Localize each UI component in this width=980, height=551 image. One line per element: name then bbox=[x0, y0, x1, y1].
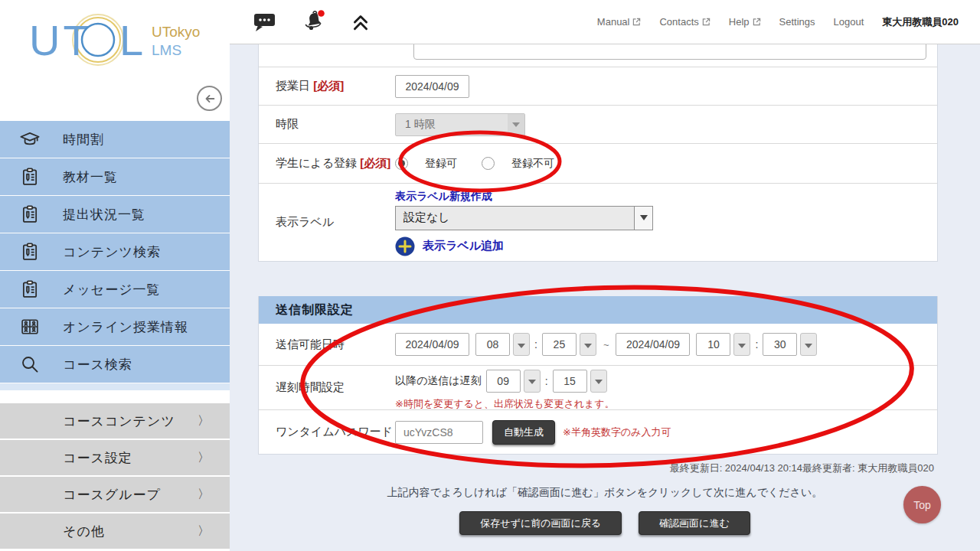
manual-link[interactable]: Manual bbox=[597, 16, 642, 28]
chat-icon[interactable] bbox=[253, 11, 279, 34]
help-link[interactable]: Help bbox=[729, 16, 761, 28]
otp-label: ワンタイムパスワード bbox=[259, 424, 395, 439]
end-minute-input[interactable] bbox=[763, 333, 797, 356]
end-date-input[interactable] bbox=[616, 333, 690, 356]
section-title: 送信制限設定 bbox=[276, 302, 354, 318]
search-icon bbox=[18, 353, 41, 376]
end-minute-stepper[interactable] bbox=[800, 333, 817, 356]
chevron-down-icon bbox=[508, 114, 524, 135]
logo-area: UT L UTokyo LMS bbox=[0, 0, 230, 121]
required-badge: [必須] bbox=[360, 156, 390, 169]
class-title-input[interactable] bbox=[413, 44, 926, 60]
registration-radio-group: 登録可 登録不可 bbox=[395, 157, 937, 171]
footer-buttons: 保存せずに前の画面に戻る 確認画面に進む bbox=[230, 511, 980, 535]
end-hour-input[interactable] bbox=[696, 333, 730, 356]
late-time-note: ※時間を変更すると、出席状況も変更されます。 bbox=[395, 397, 937, 411]
sidebar: UT L UTokyo LMS 時間割 教材一覧 bbox=[0, 0, 230, 551]
start-hour-input[interactable] bbox=[475, 333, 510, 356]
svg-text:L: L bbox=[119, 16, 143, 64]
period-row: 時限 1 時限 bbox=[259, 106, 937, 144]
chevron-right-icon: 〉 bbox=[198, 523, 210, 540]
contacts-link[interactable]: Contacts bbox=[659, 16, 710, 28]
auto-generate-button[interactable]: 自動生成 bbox=[492, 420, 555, 445]
main-content: 授業日 [必須] 時限 1 時限 学生による登録 [必須] bbox=[230, 44, 980, 551]
sidebar-item-content-search[interactable]: コンテンツ検索 bbox=[0, 233, 230, 271]
external-link-icon bbox=[753, 18, 761, 26]
display-label-label: 表示ラベル bbox=[259, 214, 395, 230]
late-minute-stepper[interactable] bbox=[590, 370, 607, 393]
late-time-prefix: 以降の送信は遅刻 bbox=[395, 374, 482, 388]
utol-logo: UT L UTokyo LMS bbox=[0, 0, 214, 84]
graduation-cap-icon bbox=[18, 128, 41, 151]
radio-allow[interactable] bbox=[395, 157, 408, 170]
sidebar-item-course-contents[interactable]: コースコンテンツ 〉 bbox=[0, 403, 230, 440]
chevron-right-icon: 〉 bbox=[198, 487, 210, 503]
sidebar-item-others[interactable]: その他 〉 bbox=[0, 514, 230, 550]
sidebar-item-course-group[interactable]: コースグループ 〉 bbox=[0, 477, 230, 514]
arrow-left-icon bbox=[203, 92, 217, 106]
section-header: 送信制限設定 bbox=[259, 296, 937, 324]
late-hour-input[interactable] bbox=[486, 370, 521, 393]
start-hour-stepper[interactable] bbox=[513, 333, 530, 356]
sidebar-item-label: コース検索 bbox=[63, 356, 132, 373]
svg-text:LMS: LMS bbox=[152, 42, 181, 58]
chevron-right-icon: 〉 bbox=[198, 413, 210, 429]
start-minute-input[interactable] bbox=[542, 333, 577, 356]
clipboard-icon bbox=[18, 203, 41, 226]
end-hour-stepper[interactable] bbox=[733, 333, 750, 356]
sidebar-item-timetable[interactable]: 時間割 bbox=[0, 121, 230, 158]
late-time-row: 遅刻時間設定 以降の送信は遅刻 : ※時間を変更すると、出席状況も変更されます。 bbox=[259, 366, 937, 410]
display-label-select[interactable]: 設定なし bbox=[395, 206, 653, 230]
sidebar-item-course-search[interactable]: コース検索 bbox=[0, 346, 230, 383]
sidebar-item-online-class[interactable]: オンライン授業情報 bbox=[0, 308, 230, 346]
sidebar-item-course-settings[interactable]: コース設定 〉 bbox=[0, 440, 230, 477]
submission-period-row: 送信可能日時 : ~ : bbox=[259, 324, 937, 366]
class-date-row: 授業日 [必須] bbox=[259, 67, 937, 106]
logo-subtitle-1: UTokyo bbox=[152, 24, 200, 40]
sidebar-item-messages[interactable]: メッセージ一覧 bbox=[0, 271, 230, 308]
period-select: 1 時限 bbox=[395, 113, 525, 136]
sidebar-item-label: 教材一覧 bbox=[63, 168, 118, 186]
sidebar-collapse-button[interactable] bbox=[197, 86, 222, 111]
sidebar-item-label: オンライン授業情報 bbox=[63, 318, 188, 336]
chevron-right-icon: 〉 bbox=[198, 450, 210, 466]
sidebar-item-label: コンテンツ検索 bbox=[63, 243, 161, 261]
submission-period-label: 送信可能日時 bbox=[259, 337, 395, 352]
add-display-label-link: 表示ラベル追加 bbox=[423, 239, 504, 253]
radio-deny[interactable] bbox=[482, 157, 495, 170]
scroll-top-button[interactable]: Top bbox=[903, 486, 941, 523]
submission-limit-card: 送信制限設定 送信可能日時 : ~ : bbox=[258, 296, 938, 455]
late-minute-input[interactable] bbox=[553, 370, 587, 393]
back-without-save-button[interactable]: 保存せずに前の画面に戻る bbox=[459, 511, 622, 535]
collapse-up-icon[interactable] bbox=[351, 12, 371, 32]
logo-subtitle-2: LMS bbox=[152, 42, 181, 58]
sidebar-item-submissions[interactable]: 提出状況一覧 bbox=[0, 196, 230, 233]
instruction-text: 上記内容でよろしければ「確認画面に進む」ボタンをクリックして次に進んでください。 bbox=[230, 486, 980, 500]
sidebar-menu: 時間割 教材一覧 提出状況一覧 コンテンツ検索 メッセージ一覧 bbox=[0, 121, 230, 550]
class-form-card: 授業日 [必須] 時限 1 時限 学生による登録 [必須] bbox=[258, 44, 938, 262]
external-link-icon bbox=[702, 18, 710, 26]
student-registration-label: 学生による登録 [必須] bbox=[259, 155, 395, 171]
otp-input[interactable] bbox=[395, 421, 483, 444]
start-minute-stepper[interactable] bbox=[580, 333, 596, 356]
display-label-row: 表示ラベル 表示ラベル新規作成 設定なし 表示ラベル追加 bbox=[259, 184, 937, 261]
start-date-input[interactable] bbox=[395, 333, 469, 356]
logout-link[interactable]: Logout bbox=[834, 16, 864, 28]
period-label: 時限 bbox=[259, 116, 395, 132]
class-date-label: 授業日 [必須] bbox=[259, 78, 395, 93]
clipboard-icon bbox=[18, 240, 41, 263]
sidebar-item-materials[interactable]: 教材一覧 bbox=[0, 158, 230, 196]
truncated-text-row bbox=[259, 44, 937, 67]
go-to-confirm-button[interactable]: 確認画面に進む bbox=[639, 511, 750, 535]
late-hour-stepper[interactable] bbox=[524, 370, 541, 393]
create-display-label-link[interactable]: 表示ラベル新規作成 bbox=[395, 190, 492, 202]
add-display-label[interactable]: 表示ラベル追加 bbox=[395, 236, 937, 256]
svg-text:UTokyo: UTokyo bbox=[152, 24, 200, 40]
class-date-input[interactable] bbox=[395, 75, 469, 98]
sidebar-separator bbox=[0, 383, 230, 403]
late-time-label: 遅刻時間設定 bbox=[259, 380, 395, 395]
bell-icon[interactable] bbox=[300, 9, 329, 35]
topbar: Manual Contacts Help Settings Logout 東大用… bbox=[230, 0, 980, 44]
settings-link[interactable]: Settings bbox=[779, 16, 815, 28]
clipboard-icon bbox=[18, 278, 41, 301]
